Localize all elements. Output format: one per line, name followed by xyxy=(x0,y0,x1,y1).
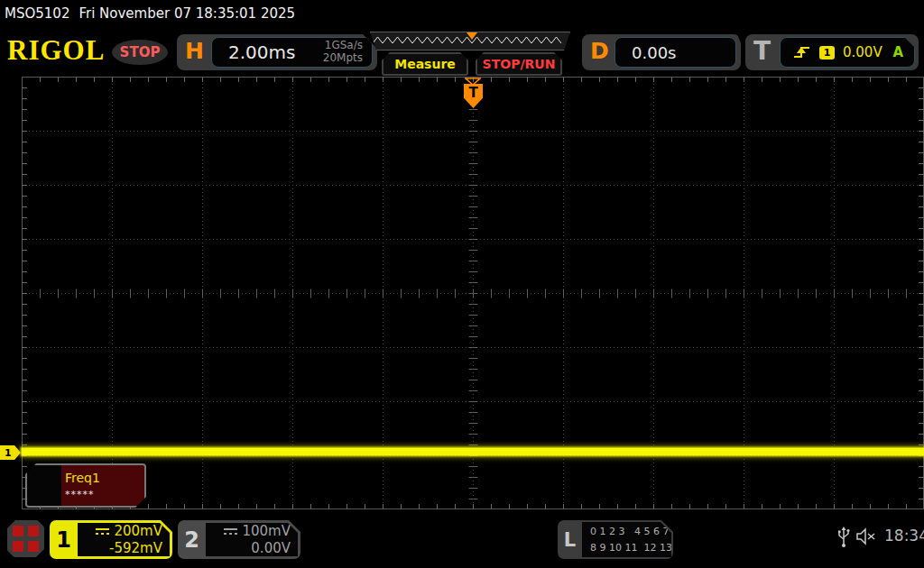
measurement-name: Freq1 xyxy=(65,471,100,485)
horizontal-settings-button[interactable]: H 2.00ms 1GSa/s 20Mpts xyxy=(177,34,377,70)
horizontal-value-box: 2.00ms 1GSa/s 20Mpts xyxy=(211,37,373,68)
trigger-settings-button[interactable]: T 1 0.00V A xyxy=(745,34,919,70)
model-name: MSO5102 xyxy=(5,5,69,22)
menu-tiles-button[interactable] xyxy=(7,520,44,557)
dc-coupling-icon xyxy=(224,527,237,536)
trigger-level-value: 0.00V xyxy=(843,44,884,60)
channel1-scale: 200mV xyxy=(114,523,162,540)
channel2-offset: 0.00V xyxy=(251,540,291,557)
menu-tile-square xyxy=(28,541,39,552)
channel2-values: 100mV 0.00V xyxy=(206,523,298,556)
channel1-number: 1 xyxy=(50,520,78,559)
trigger-value-box: 1 0.00V A xyxy=(780,37,915,68)
sample-rate: 1GSa/s xyxy=(323,40,363,52)
logic-channels-row1: 0 1 2 3 4 5 6 7 xyxy=(590,524,671,539)
statusbar: 1 200mV -592mV 2 xyxy=(0,510,924,568)
datetime-label: Fri November 07 18:35:01 2025 xyxy=(79,5,295,22)
logic-analyzer-status-button[interactable]: L 0 1 2 3 4 5 6 7 8 9 10 11 12 13 14 15 xyxy=(558,520,673,559)
rigol-logo: RIGOL xyxy=(7,33,105,68)
channel2-scale: 100mV xyxy=(242,523,291,540)
acquisition-info: 1GSa/s 20Mpts xyxy=(323,40,363,65)
dc-coupling-icon xyxy=(96,527,109,536)
measurement-result-box[interactable]: Freq1 ***** xyxy=(25,463,146,508)
rising-edge-icon xyxy=(793,45,811,60)
delay-value: 0.00s xyxy=(632,43,676,62)
preview-trigger-position-icon xyxy=(467,32,477,40)
logic-channel-list: 0 1 2 3 4 5 6 7 8 9 10 11 12 13 14 15 xyxy=(582,522,671,557)
trigger-mode-badge: A xyxy=(892,44,903,60)
delay-label: D xyxy=(590,38,609,64)
horizontal-label: H xyxy=(185,38,204,64)
channel2-status-button[interactable]: 2 100mV 0.00V xyxy=(178,520,300,559)
speaker-muted-icon[interactable] xyxy=(855,527,877,546)
channel2-number: 2 xyxy=(178,520,206,559)
logic-channels-row2: 8 9 10 11 12 13 14 15 xyxy=(590,540,671,555)
graticule-grid xyxy=(22,77,924,509)
trigger-source-badge: 1 xyxy=(819,46,835,60)
measurement-value: ***** xyxy=(65,489,95,500)
menu-tile-square xyxy=(13,526,23,536)
delay-value-box: 0.00s xyxy=(614,37,736,68)
usb-icon xyxy=(837,527,850,548)
run-state-badge[interactable]: STOP xyxy=(112,40,168,65)
memory-depth: 20Mpts xyxy=(323,52,363,65)
delay-settings-button[interactable]: D 0.00s xyxy=(582,34,741,70)
channel1-status-button[interactable]: 1 200mV -592mV xyxy=(50,520,172,559)
trigger-label: T xyxy=(753,36,771,66)
menu-tile-square xyxy=(28,526,39,536)
titlebar: MSO5102 Fri November 07 18:35:01 2025 xyxy=(0,0,924,27)
channel1-values: 200mV -592mV xyxy=(78,523,170,556)
measure-button[interactable]: Measure xyxy=(382,52,468,76)
toolbar: RIGOL STOP H 2.00ms 1GSa/s 20Mpts Measur… xyxy=(0,27,924,76)
channel1-offset: -592mV xyxy=(109,540,162,557)
channel1-trace xyxy=(22,448,924,455)
timebase-value: 2.00ms xyxy=(228,41,323,63)
channel1-offset-marker[interactable]: 1 xyxy=(0,445,21,460)
clock-label: 18:34 xyxy=(884,527,924,545)
logic-analyzer-label: L xyxy=(558,520,582,559)
menu-tile-square xyxy=(13,541,23,552)
oscilloscope-screen: MSO5102 Fri November 07 18:35:01 2025 RI… xyxy=(0,0,924,568)
waveform-display-area: T 1 Freq1 ***** xyxy=(0,76,924,510)
stop-run-button[interactable]: STOP/RUN xyxy=(476,52,562,76)
